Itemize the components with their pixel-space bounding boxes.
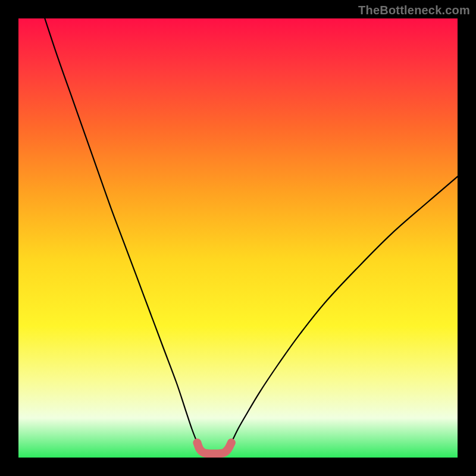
- plot-area: [18, 18, 458, 458]
- valley-thumb: [197, 443, 231, 454]
- watermark-text: TheBottleneck.com: [358, 4, 470, 17]
- chart-viewport: TheBottleneck.com: [0, 0, 476, 476]
- right-curve: [231, 177, 458, 443]
- curve-layer: [18, 18, 458, 458]
- left-curve: [45, 18, 197, 443]
